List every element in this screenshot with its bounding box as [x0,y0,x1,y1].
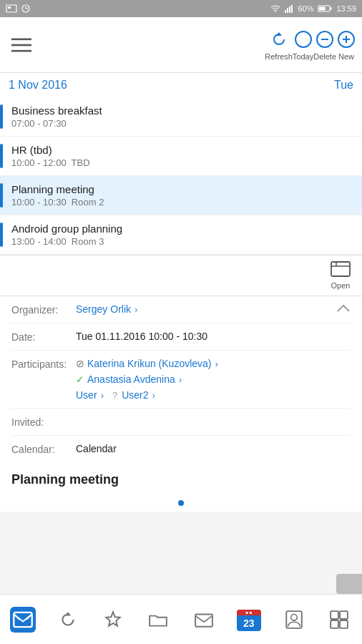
participant-katerina: ⊘ Katerina Krikun (Kuzovleva) › [76,358,351,369]
svg-rect-26 [14,612,31,626]
nav-folder[interactable] [136,610,181,630]
event-bar [0,183,3,208]
today-icon [293,29,313,49]
event-hr[interactable]: HR (tbd) 10:00 - 12:00 TBD [0,137,362,176]
collapse-icon[interactable] [336,303,351,316]
meeting-title: Planning meeting [11,472,119,487]
nav-star[interactable] [91,610,136,630]
status-bar-right: 60% 13:59 [270,4,356,13]
signal-icon [285,4,293,13]
svg-point-33 [291,614,298,620]
calendar-nav-icon: ■ ■ 23 [237,610,261,631]
participants-label: Participants: [11,358,76,370]
svg-rect-34 [331,611,339,619]
event-planning-meeting[interactable]: Planning meeting 10:00 - 10:30 Room 2 [0,176,362,215]
date-header: 1 Nov 2016 Tue [0,73,362,97]
chevron-right-icon: › [132,305,137,315]
scroll-indicator [0,493,362,512]
envelope-icon [194,610,214,630]
refresh-button[interactable]: Refresh [265,29,293,61]
day-text: Tue [334,79,353,92]
declined-icon: ⊘ [76,358,84,369]
events-list: Business breakfast 07:00 - 07:30 HR (tbd… [0,97,362,255]
scroll-handle[interactable] [336,574,362,594]
svg-line-27 [14,614,19,620]
event-time: 10:00 - 10:30 Room 2 [11,197,353,208]
svg-rect-36 [331,620,339,628]
open-label: Open [331,281,351,290]
refresh-label: Refresh [265,52,293,61]
event-business-breakfast[interactable]: Business breakfast 07:00 - 07:30 [0,97,362,137]
date-value: Tue 01.11.2016 10:00 - 10:30 [76,331,351,342]
participants-row: Participants: ⊘ Katerina Krikun (Kuzovle… [11,351,351,409]
event-content: Android group planning 13:00 - 14:00 Roo… [11,223,353,247]
chevron-right-icon: › [177,375,182,385]
event-bar [0,223,3,247]
toolbar: Refresh Today Delete New [0,17,362,73]
chevron-right-icon: › [213,359,218,369]
event-title: Business breakfast [11,104,353,117]
invited-row: Invited: [11,409,351,436]
status-bar: 60% 13:59 [0,0,362,17]
organizer-value: Sergey Orlik › [76,303,336,315]
meeting-title-section: Planning meeting [0,462,362,493]
event-bar [0,104,3,129]
nav-calendar[interactable]: ■ ■ 23 [226,608,271,631]
today-button[interactable]: Today [293,29,313,61]
event-time: 13:00 - 14:00 Room 3 [11,236,353,247]
nav-refresh[interactable] [45,610,90,630]
organizer-row: Organizer: Sergey Orlik › [11,296,351,323]
nav-email[interactable] [0,607,45,633]
menu-button[interactable] [6,35,31,55]
calendar-row: Calendar: Calendar [11,436,351,462]
battery-icon [318,4,332,13]
svg-rect-31 [195,614,212,626]
svg-rect-12 [319,7,326,11]
today-label: Today [293,52,313,61]
participant-user-link[interactable]: User › [76,389,104,401]
participant-user2-link[interactable]: User2 › [122,389,155,401]
contact-icon [284,610,304,630]
event-time: 07:00 - 07:30 [11,118,353,129]
participant-anastasia-link[interactable]: Anastasia Avdenina › [87,374,182,385]
event-android-planning[interactable]: Android group planning 13:00 - 14:00 Roo… [0,215,362,255]
calendar-icon-small [6,4,17,13]
folder-icon [148,610,168,630]
new-button[interactable]: New [336,29,356,61]
calendar-label: Calendar: [11,443,76,455]
check-icon: ✓ [76,374,84,385]
chevron-right-icon: › [150,391,155,401]
svg-rect-37 [340,620,348,628]
svg-rect-1 [8,6,11,9]
bottom-nav: ■ ■ 23 [0,594,362,644]
participant-katerina-link[interactable]: Katerina Krikun (Kuzovleva) › [87,358,218,369]
svg-rect-8 [289,6,290,13]
nav-envelope[interactable] [181,610,226,630]
chevron-right-icon: › [99,391,104,401]
date-text: 1 Nov 2016 [9,79,67,92]
svg-point-17 [295,31,311,47]
chevron-up-icon [336,303,351,313]
organizer-label: Organizer: [11,303,76,316]
svg-rect-0 [6,5,16,12]
participant-user: User › ? User2 › [76,389,351,401]
organizer-link[interactable]: Sergey Orlik › [76,303,137,315]
event-bar [0,144,3,168]
nav-contact[interactable] [272,610,317,630]
scroll-dot-active [178,500,184,506]
calendar-value: Calendar [76,443,351,454]
svg-rect-11 [331,7,332,10]
svg-rect-9 [291,5,293,13]
event-time: 10:00 - 12:00 TBD [11,157,353,168]
delete-icon [315,29,335,49]
open-button[interactable]: Open [331,261,351,290]
delete-button[interactable]: Delete [313,29,336,61]
detail-panel: Organizer: Sergey Orlik › Date: Tue 01.1… [0,296,362,462]
nav-windows[interactable] [317,610,362,630]
svg-marker-30 [106,612,119,625]
participants-list: ⊘ Katerina Krikun (Kuzovleva) › ✓ Anasta… [76,358,351,401]
event-title: Planning meeting [11,183,353,195]
email-active-bg [10,607,36,633]
new-icon [336,29,356,49]
event-content: HR (tbd) 10:00 - 12:00 TBD [11,144,353,168]
